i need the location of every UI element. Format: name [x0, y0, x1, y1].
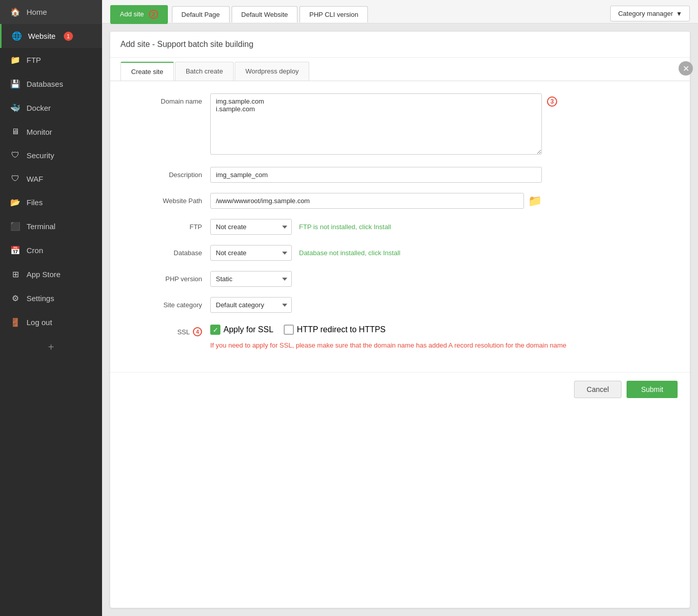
php-version-select[interactable]: Static PHP 5.6 PHP 7.0 PHP 7.4 PHP 8.0: [210, 271, 292, 287]
content-area: Add site - Support batch site building C…: [102, 23, 698, 616]
cancel-button[interactable]: Cancel: [574, 381, 622, 398]
description-input[interactable]: [210, 167, 542, 183]
sidebar-item-waf[interactable]: 🛡 WAF: [0, 167, 102, 190]
appstore-icon: ⊞: [10, 269, 20, 279]
domain-name-control: img.sample.com i.sample.com 3: [210, 93, 542, 157]
sidebar-item-security[interactable]: 🛡 Security: [0, 143, 102, 167]
website-badge: 1: [64, 32, 73, 41]
ftp-select[interactable]: Not create Create: [210, 219, 292, 235]
apply-ssl-checkbox[interactable]: ✓: [210, 325, 220, 335]
website-path-input[interactable]: [210, 193, 524, 209]
sidebar-item-appstore[interactable]: ⊞ App Store: [0, 262, 102, 286]
main-content: Add site 2 Default Page Default Website …: [102, 0, 698, 616]
sidebar-label-website: Website: [28, 32, 56, 40]
sidebar-item-monitor[interactable]: 🖥 Monitor: [0, 120, 102, 143]
website-path-row: Website Path 📁: [131, 193, 669, 209]
sidebar-item-home[interactable]: 🏠 Home: [0, 0, 102, 24]
database-select[interactable]: Not create Create: [210, 245, 292, 261]
settings-icon: ⚙: [10, 293, 20, 303]
sidebar-label-monitor: Monitor: [27, 128, 52, 136]
tab-default-page[interactable]: Default Page: [172, 6, 230, 22]
database-control: Not create Create Database not installed…: [210, 245, 669, 261]
sidebar-item-files[interactable]: 📂 Files: [0, 190, 102, 214]
apply-ssl-label: Apply for SSL: [223, 325, 273, 334]
sidebar-label-appstore: App Store: [27, 270, 61, 279]
waf-icon: 🛡: [10, 174, 20, 183]
http-redirect-label: HTTP redirect to HTTPS: [297, 325, 386, 334]
site-category-row: Site category Default category: [131, 297, 669, 313]
tab-add-site[interactable]: Add site 2: [110, 5, 168, 23]
sidebar-item-terminal[interactable]: ⬛ Terminal: [0, 214, 102, 238]
terminal-icon: ⬛: [10, 221, 20, 231]
sidebar-item-databases[interactable]: 💾 Databases: [0, 72, 102, 96]
sidebar-item-logout[interactable]: 🚪 Log out: [0, 310, 102, 334]
form-body: Domain name img.sample.com i.sample.com …: [110, 81, 690, 372]
sidebar-add-button[interactable]: +: [0, 334, 102, 360]
ssl-label: SSL 4: [131, 323, 202, 336]
step-badge-2: 2: [149, 10, 158, 19]
ftp-row: FTP Not create Create FTP is not install…: [131, 219, 669, 235]
panel-title: Add site - Support batch site building: [110, 32, 690, 58]
ftp-control: Not create Create FTP is not installed, …: [210, 219, 669, 235]
php-version-label: PHP version: [131, 271, 202, 283]
sidebar-item-website[interactable]: 🌐 Website 1: [0, 24, 102, 48]
panel-tabs: Create site Batch create Wordpress deplo…: [110, 58, 690, 81]
sidebar-item-settings[interactable]: ⚙ Settings: [0, 286, 102, 310]
domain-name-input[interactable]: img.sample.com i.sample.com: [210, 93, 542, 155]
panel-tab-create-site[interactable]: Create site: [120, 62, 174, 81]
sidebar: 🏠 Home 🌐 Website 1 📁 FTP 💾 Databases 🐳 D…: [0, 0, 102, 616]
website-path-label: Website Path: [131, 193, 202, 205]
domain-name-row: Domain name img.sample.com i.sample.com …: [131, 93, 669, 157]
sidebar-label-security: Security: [27, 151, 54, 160]
sidebar-label-ftp: FTP: [27, 56, 41, 64]
ftp-label: FTP: [131, 219, 202, 231]
home-icon: 🏠: [10, 7, 20, 17]
sidebar-label-waf: WAF: [27, 175, 43, 183]
sidebar-item-ftp[interactable]: 📁 FTP: [0, 48, 102, 72]
tab-category-manager[interactable]: Category manager ▼: [610, 6, 690, 21]
php-version-control: Static PHP 5.6 PHP 7.0 PHP 7.4 PHP 8.0: [210, 271, 669, 287]
domain-name-label: Domain name: [131, 93, 202, 105]
logout-icon: 🚪: [10, 317, 20, 327]
http-redirect-area: HTTP redirect to HTTPS: [284, 325, 386, 335]
monitor-icon: 🖥: [10, 127, 20, 136]
tab-bar: Add site 2 Default Page Default Website …: [102, 0, 698, 23]
sidebar-label-cron: Cron: [27, 246, 43, 255]
folder-browse-icon[interactable]: 📁: [528, 194, 542, 208]
site-category-label: Site category: [131, 297, 202, 309]
panel-tab-batch-create[interactable]: Batch create: [175, 62, 234, 81]
panel-tab-wordpress-deploy[interactable]: Wordpress deploy: [235, 62, 310, 81]
panel-footer: Cancel Submit: [110, 372, 690, 406]
sidebar-item-docker[interactable]: 🐳 Docker: [0, 96, 102, 120]
description-row: Description: [131, 167, 669, 183]
site-category-control: Default category: [210, 297, 669, 313]
sidebar-label-files: Files: [27, 198, 43, 207]
database-label: Database: [131, 245, 202, 257]
description-control: [210, 167, 542, 183]
database-message[interactable]: Database not installed, click Install: [299, 249, 401, 257]
sidebar-label-docker: Docker: [27, 104, 51, 112]
sidebar-label-databases: Databases: [27, 80, 63, 88]
panel: Add site - Support batch site building C…: [110, 32, 690, 608]
cron-icon: 📅: [10, 245, 20, 255]
sidebar-label-logout: Log out: [27, 318, 52, 327]
step-badge-4: 4: [193, 327, 202, 336]
ftp-message[interactable]: FTP is not installed, click Install: [299, 223, 391, 231]
tab-default-website[interactable]: Default Website: [232, 6, 298, 22]
database-row: Database Not create Create Database not …: [131, 245, 669, 261]
step-badge-3: 3: [547, 96, 557, 107]
http-redirect-checkbox[interactable]: [284, 325, 294, 335]
ssl-note: If you need to apply for SSL, please mak…: [210, 341, 566, 349]
close-button[interactable]: ✕: [679, 61, 693, 76]
website-icon: 🌐: [12, 31, 22, 41]
ftp-icon: 📁: [10, 55, 20, 65]
ssl-row: SSL 4 ✓ Apply for SSL: [131, 323, 669, 350]
sidebar-item-cron[interactable]: 📅 Cron: [0, 238, 102, 262]
sidebar-label-home: Home: [27, 8, 47, 16]
site-category-select[interactable]: Default category: [210, 297, 292, 313]
submit-button[interactable]: Submit: [627, 381, 678, 398]
chevron-down-icon: ▼: [676, 10, 682, 17]
security-icon: 🛡: [10, 151, 20, 160]
tab-php-cli-version[interactable]: PHP CLI version: [300, 6, 368, 22]
sidebar-label-terminal: Terminal: [27, 222, 56, 231]
